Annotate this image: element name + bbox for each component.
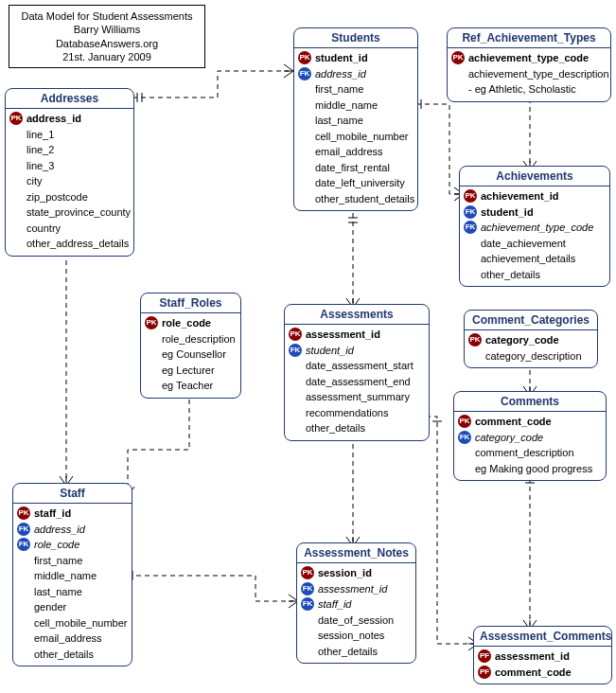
attribute-name: - eg Athletic, Scholastic <box>468 81 576 98</box>
pk-key-icon: PK <box>301 566 314 579</box>
attribute-row: date_of_session <box>301 613 410 629</box>
entity-title: Achievements <box>460 167 609 187</box>
attribute-name: other_details <box>318 644 378 660</box>
attribute-row: eg Making good progress <box>458 461 600 477</box>
attribute-row: first_name <box>17 553 126 569</box>
entity-title: Assessment_Notes <box>297 543 415 563</box>
attribute-name: assessment_id <box>306 327 380 343</box>
attribute-name: eg Teacher <box>162 378 213 394</box>
attribute-row: PKstaff_id <box>17 506 126 522</box>
attribute-name: category_code <box>485 332 559 348</box>
attribute-row: PFcomment_code <box>478 665 606 681</box>
attribute-name: role_code <box>162 315 211 331</box>
entity-students: Students PKstudent_idFKaddress_idfirst_n… <box>293 27 418 211</box>
attribute-name: assessment_id <box>318 581 387 597</box>
attribute-name: comment_code <box>475 414 552 430</box>
diagram-site: DatabaseAnswers.org <box>17 37 197 50</box>
attribute-row: PKaddress_id <box>9 111 128 127</box>
attribute-row: line_3 <box>9 158 128 174</box>
attribute-name: email_address <box>34 631 102 647</box>
attribute-name: gender <box>34 599 66 615</box>
fk-key-icon: FK <box>464 221 477 234</box>
attribute-name: email_address <box>315 144 383 160</box>
entity-title: Comment_Categories <box>465 311 597 330</box>
attribute-row: FKachievement_type_code <box>464 220 604 236</box>
attribute-row: line_2 <box>9 142 128 158</box>
attribute-name: address_id <box>315 66 366 82</box>
attribute-name: staff_id <box>34 506 71 522</box>
entity-assessment-comments: Assessment_Comments PFassessment_idPFcom… <box>473 626 612 684</box>
entity-assessments: Assessments PKassessment_idFKstudent_idd… <box>284 304 430 441</box>
attribute-name: line_2 <box>26 142 54 158</box>
attribute-name: date_of_session <box>318 613 394 629</box>
fk-key-icon: FK <box>458 431 471 444</box>
entity-staff-roles: Staff_Roles PKrole_coderole_descriptione… <box>140 293 241 399</box>
attribute-row: other_details <box>464 267 604 283</box>
attribute-name: role_description <box>162 331 236 347</box>
attribute-name: student_id <box>306 343 354 359</box>
attribute-name: other_student_details <box>315 191 414 207</box>
diagram-author: Barry Williams <box>17 23 197 36</box>
attribute-row: last_name <box>298 113 412 129</box>
attribute-row: other_address_details <box>9 236 128 252</box>
entity-staff: Staff PKstaff_idFKaddress_idFKrole_codef… <box>12 483 132 666</box>
attribute-row: date_left_university <box>298 175 412 191</box>
attribute-row: PKachievement_type_code <box>451 50 605 66</box>
attribute-name: comment_code <box>495 665 572 681</box>
attribute-name: recommendations <box>306 405 388 421</box>
attribute-row: other_details <box>289 420 423 436</box>
attribute-row: cell_mobile_number <box>298 129 412 145</box>
attribute-name: eg Lecturer <box>162 363 215 379</box>
entity-assessment-notes: Assessment_Notes PKsession_idFKassessmen… <box>296 542 416 664</box>
attribute-row: line_1 <box>9 127 128 143</box>
attribute-row: state_province_county <box>9 204 128 221</box>
attribute-row: other_student_details <box>298 191 412 207</box>
attribute-name: first_name <box>315 81 363 98</box>
attribute-row: first_name <box>298 81 412 98</box>
attribute-row: - eg Athletic, Scholastic <box>451 81 605 98</box>
attribute-name: student_id <box>481 204 534 221</box>
attribute-row: zip_postcode <box>9 189 128 205</box>
attribute-name: eg Counsellor <box>162 346 226 363</box>
attribute-row: session_notes <box>301 628 410 644</box>
attribute-row: achievement_type_description <box>451 66 605 82</box>
attribute-row: PKcomment_code <box>458 414 600 430</box>
attribute-row: FKassessment_id <box>301 581 410 597</box>
attribute-name: eg Making good progress <box>475 461 592 477</box>
attribute-name: line_3 <box>26 158 54 174</box>
attribute-name: line_1 <box>26 127 54 143</box>
attribute-name: last_name <box>315 113 363 129</box>
attribute-row: FKstudent_id <box>464 204 604 221</box>
entity-ref-achievement-types: Ref_Achievement_Types PKachievement_type… <box>447 27 611 102</box>
attribute-name: city <box>26 173 43 189</box>
attribute-row: other_details <box>301 644 410 660</box>
attribute-name: date_left_university <box>315 175 405 191</box>
attribute-row: FKaddress_id <box>298 66 412 82</box>
attribute-row: eg Teacher <box>145 378 235 394</box>
attribute-row: date_assessment_start <box>289 358 423 374</box>
attribute-row: PKstudent_id <box>298 50 412 66</box>
pk-key-icon: PK <box>145 316 158 329</box>
attribute-name: state_province_county <box>26 204 131 221</box>
attribute-row: PKassessment_id <box>289 327 423 343</box>
attribute-name: date_achievement <box>481 236 566 252</box>
attribute-row: role_description <box>145 331 235 347</box>
entity-title: Comments <box>454 392 606 412</box>
attribute-row: country <box>9 221 128 237</box>
attribute-row: comment_description <box>458 445 600 461</box>
entity-title: Ref_Achievement_Types <box>448 28 610 48</box>
attribute-name: achievement_details <box>481 251 575 267</box>
attribute-name: category_code <box>475 430 543 446</box>
attribute-row: PKcategory_code <box>468 332 591 348</box>
entity-addresses: Addresses PKaddress_idline_1line_2line_3… <box>5 88 134 257</box>
entity-title: Students <box>294 28 417 48</box>
attribute-row: FKrole_code <box>17 537 126 553</box>
attribute-name: zip_postcode <box>26 189 88 205</box>
attribute-row: date_achievement <box>464 236 604 252</box>
attribute-row: assessment_summary <box>289 389 423 405</box>
attribute-row: PFassessment_id <box>478 649 606 665</box>
attribute-name: middle_name <box>315 98 378 114</box>
fk-key-icon: FK <box>17 523 30 536</box>
fk-key-icon: FK <box>298 67 311 80</box>
attribute-row: middle_name <box>17 568 126 584</box>
